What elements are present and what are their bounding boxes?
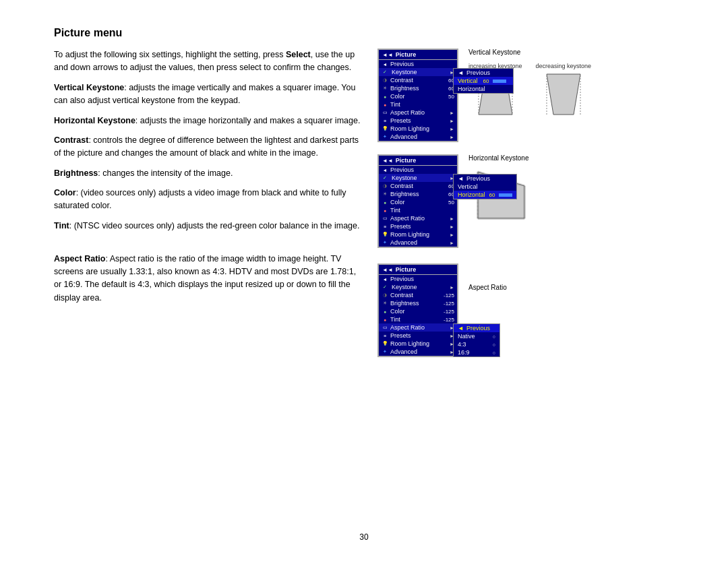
advanced-icon3: ✦ (382, 348, 388, 355)
menu2-item-previous[interactable]: ◄ Previous (379, 166, 457, 174)
menu2-item-room[interactable]: 💡 Room Lighting ► (379, 230, 457, 239)
brightness-icon3: ☀ (382, 300, 388, 307)
room-icon2: 💡 (382, 231, 388, 238)
menu2-item-presets[interactable]: ≡ Presets ► (379, 222, 457, 230)
menu1-item-advanced[interactable]: ✦ Advanced ► (379, 133, 457, 141)
tint-paragraph: Tint: (NTSC video sources only) adjusts … (54, 220, 364, 232)
aspect-ratio-icon: ▭ (382, 109, 388, 116)
vertical-keystone-label: Vertical Keystone (468, 49, 591, 56)
menu3-item-keystone[interactable]: ✓ Keystone ► (379, 283, 457, 291)
menu2-title: ◄◄ Picture (379, 156, 457, 166)
menu3-item-brightness[interactable]: ☀ Brightness -125 (379, 299, 457, 307)
submenu2-vertical[interactable]: Vertical (454, 183, 516, 191)
submenu2-previous[interactable]: ◄ Previous (454, 175, 516, 183)
menu1-item-contrast[interactable]: ◑ Contrast 60 (379, 76, 457, 84)
submenu1-previous[interactable]: ◄ Previous (454, 69, 513, 77)
menu3-item-previous[interactable]: ◄ Previous (379, 275, 457, 283)
menu1-item-presets[interactable]: ≡ Presets ► (379, 117, 457, 125)
menu3-item-tint[interactable]: ● Tint -125 (379, 315, 457, 323)
keystone-arrow3: ► (450, 285, 454, 290)
menu2-item-advanced[interactable]: ✦ Advanced ► (379, 239, 457, 247)
submenu1-horizontal[interactable]: Horizontal (454, 85, 513, 93)
presets-arrow-icon: ► (450, 119, 454, 123)
room-arrow-icon: ► (450, 127, 454, 131)
menu1-item-room-lighting[interactable]: 💡 Room Lighting ► (379, 125, 457, 133)
advanced-arrow2: ► (450, 241, 454, 245)
presets-arrow2: ► (450, 224, 454, 229)
submenu1-vertical[interactable]: Vertical 60 (454, 77, 513, 85)
submenu2-horizontal[interactable]: Horizontal 60 (454, 191, 516, 199)
menu3-item-room[interactable]: 💡 Room Lighting ► (379, 340, 457, 348)
menu1-screenshot: ◄◄ Picture ◄ Previous ✓ Keystone ► (377, 49, 458, 142)
menu2-item-aspect[interactable]: ▭ Aspect Ratio ► (379, 214, 457, 222)
menu3-item-advanced[interactable]: ✦ Advanced ► (379, 348, 457, 356)
menu3-item-color[interactable]: ● Color -125 (379, 307, 457, 315)
color-icon: ● (382, 93, 388, 100)
menu1: ◄◄ Picture ◄ Previous ✓ Keystone ► (377, 49, 458, 142)
room-icon3: 💡 (382, 340, 388, 347)
contrast-icon3: ◑ (382, 292, 388, 299)
presets-icon: ≡ (382, 117, 388, 124)
prev-icon2: ◄ (382, 166, 388, 173)
keystone-check-icon: ✓ (382, 69, 388, 75)
menu3-screenshot: ◄◄ Picture ◄ Previous ✓ Keystone ► (377, 263, 458, 357)
menu1-item-aspect[interactable]: ▭ Aspect Ratio ► (379, 108, 457, 117)
arrow-left-icon3: ◄◄ (382, 267, 393, 273)
arrow-left-icon: ◄◄ (382, 52, 393, 58)
tint-icon: ● (382, 101, 388, 108)
submenu3-native[interactable]: Native ○ (454, 332, 499, 340)
tint-icon2: ● (382, 207, 388, 214)
submenu3-16by9[interactable]: 16:9 ○ (454, 348, 499, 356)
submenu3-4by3[interactable]: 4:3 ○ (454, 340, 499, 348)
vertical-keystone-section: ◄◄ Picture ◄ Previous ✓ Keystone ► (377, 49, 674, 142)
menu2-item-tint[interactable]: ● Tint (379, 206, 457, 214)
presets-icon3: ≡ (382, 332, 388, 339)
prev-icon3: ◄ (382, 276, 388, 282)
page-number: 30 (359, 532, 368, 542)
aspect-ratio-label-container: Aspect Ratio (468, 284, 507, 291)
menu1-item-color[interactable]: ● Color 50 (379, 92, 457, 100)
aspect-ratio-section: ◄◄ Picture ◄ Previous ✓ Keystone ► (377, 263, 674, 357)
aspect-arrow-icon: ► (450, 111, 454, 115)
advanced-icon2: ✦ (382, 239, 388, 246)
previous-icon: ◄ (382, 61, 388, 67)
color-paragraph: Color: (video sources only) adjusts a vi… (54, 187, 364, 213)
decreasing-keystone-container: decreasing keystone (536, 63, 592, 118)
brightness-icon2: ☀ (382, 191, 388, 197)
page-container: Picture menu To adjust the following six… (0, 0, 728, 562)
keystone-check-icon2: ✓ (382, 175, 388, 181)
menu2-item-contrast[interactable]: ◑ Contrast 60 (379, 182, 457, 190)
page-title: Picture menu (54, 27, 674, 39)
menu3-item-presets[interactable]: ≡ Presets ► (379, 332, 457, 340)
menu1-item-previous[interactable]: ◄ Previous (379, 60, 457, 68)
keystone-check-icon3: ✓ (382, 284, 388, 290)
menu2-item-brightness[interactable]: ☀ Brightness 60 (379, 190, 457, 198)
contrast-icon: ◑ (382, 77, 388, 84)
text-column: To adjust the following six settings, hi… (54, 49, 364, 535)
vertical-keystone-paragraph: Vertical Keystone: adjusts the image ver… (54, 82, 364, 108)
menu2-item-color[interactable]: ● Color 50 (379, 198, 457, 206)
contrast-icon2: ◑ (382, 183, 388, 189)
menu2-item-keystone[interactable]: ✓ Keystone ► ◄ Previous Vertical (379, 174, 457, 182)
brightness-icon: ☀ (382, 85, 388, 92)
contrast-paragraph: Contrast: controls the degree of differe… (54, 134, 364, 160)
horizontal-keystone-paragraph: Horizontal Keystone: adjusts the image h… (54, 115, 364, 127)
horizontal-keystone-section: ◄◄ Picture ◄ Previous ✓ Keystone ► (377, 154, 674, 248)
aspect-icon3: ▭ (382, 324, 388, 331)
menu1-item-tint[interactable]: ● Tint (379, 100, 457, 108)
color-icon3: ● (382, 308, 388, 315)
menu3-item-aspect[interactable]: ▭ Aspect Ratio ► ◄ Previous Native (379, 323, 457, 332)
room-arrow2: ► (450, 232, 454, 237)
menu1-item-brightness[interactable]: ☀ Brightness 60 (379, 84, 457, 92)
menu3-item-contrast[interactable]: ◑ Contrast -125 (379, 291, 457, 299)
visuals-column: ◄◄ Picture ◄ Previous ✓ Keystone ► (371, 49, 674, 535)
advanced-icon: ✦ (382, 133, 388, 140)
menu1-item-keystone[interactable]: ✓ Keystone ► ◄ Previous Vertical (379, 68, 457, 76)
menu1-title: ◄◄ Picture (379, 50, 457, 60)
arrow-left-icon2: ◄◄ (382, 158, 393, 164)
aspect-icon2: ▭ (382, 215, 388, 222)
submenu3-previous[interactable]: ◄ Previous (454, 324, 499, 332)
decreasing-keystone-diagram (543, 71, 584, 118)
decreasing-keystone-label: decreasing keystone (536, 63, 592, 69)
tint-icon3: ● (382, 316, 388, 323)
